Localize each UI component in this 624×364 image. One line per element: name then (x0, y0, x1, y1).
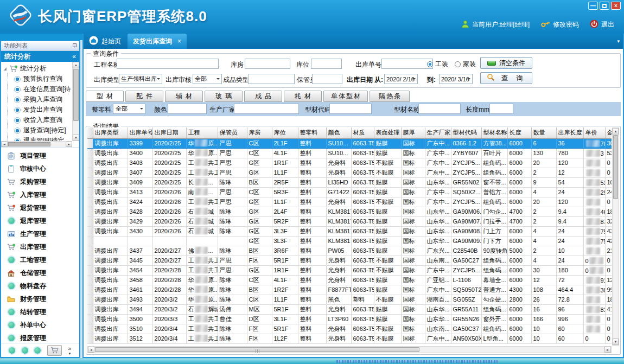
scroll-right-icon[interactable]: ► (66, 142, 72, 147)
scrollbar-thumb[interactable] (8, 142, 50, 146)
table-row[interactable]: 调拨出库35002020/3/3工共工程曹佳D区3L1F整料LT3P606063… (87, 314, 612, 324)
table-row[interactable]: 调拨出库34372020/2/27佛...陈琳B区3R6F整料PW056063-… (87, 246, 612, 256)
table-row[interactable]: 调拨出库34942020/3/2石辉城汤伟M区5R1F整料光身料6063-T5贴… (87, 304, 612, 314)
tree-item[interactable]: 采购入库查询 (4, 94, 71, 105)
column-header[interactable]: 库房 (247, 127, 272, 138)
material-tab[interactable]: 玻璃 (205, 91, 243, 102)
circle-icon[interactable] (34, 347, 41, 354)
sidebar-menu-item[interactable]: 补单中心 (1, 318, 79, 331)
column-header[interactable]: 型材代码 (451, 127, 481, 138)
tree-vertical-scrollbar[interactable]: ▲ ▼ (72, 62, 79, 141)
row-selector[interactable] (87, 226, 93, 236)
scroll-right-icon[interactable]: ► (604, 347, 611, 353)
table-row[interactable]: 调拨出库34132020/2/26南...严思C区5R3F整料G71422606… (87, 187, 612, 197)
row-selector[interactable] (87, 236, 93, 246)
table-row[interactable]: 调拨出库34242020/2/26工共工程严思G区1L1F整料光身料6063-T… (87, 197, 612, 207)
row-selector[interactable] (87, 216, 93, 226)
row-selector[interactable] (87, 295, 93, 304)
row-selector[interactable] (87, 187, 93, 197)
table-row[interactable]: 调拨出库34582020/2/28华原...陈琳C区4L1F整料光身料6063-… (87, 275, 612, 285)
column-header[interactable]: 金 (605, 127, 612, 138)
row-selector[interactable] (87, 177, 93, 187)
material-tab[interactable]: 耗材 (284, 91, 322, 102)
column-header[interactable]: 整零料 (298, 127, 326, 138)
profile-name-input[interactable] (418, 104, 461, 114)
row-selector[interactable] (87, 148, 93, 158)
scroll-up-icon[interactable]: ▲ (613, 128, 619, 135)
table-row[interactable]: 调拨出库34032020/2/25工共工程严思G区1R1F整料光身料6063-T… (87, 158, 612, 168)
scroll-down-icon[interactable]: ▼ (73, 135, 79, 141)
date-to-select[interactable]: 2020/ 3/16 (439, 74, 473, 84)
material-tab[interactable]: 配件 (125, 91, 163, 102)
maximize-button[interactable] (600, 2, 609, 10)
table-row[interactable]: 调拨出库34452020/2/27工共工程严思F区5R1F整料光身料6063-T… (87, 256, 612, 265)
material-tab[interactable]: 单体型材 (323, 91, 368, 102)
row-selector[interactable] (87, 158, 93, 168)
scroll-left-icon[interactable]: ◄ (1, 142, 8, 147)
circle-icon[interactable] (9, 347, 15, 354)
sidebar-menu-item[interactable]: 退货管理 (1, 201, 79, 214)
column-header[interactable]: 出库日期 (152, 127, 186, 138)
more-buttons-chevron[interactable]: » ▾ (68, 346, 71, 355)
row-selector[interactable] (87, 285, 93, 295)
row-selector[interactable] (87, 256, 93, 265)
row-selector[interactable] (87, 138, 93, 148)
column-header[interactable]: 出库长度 (556, 127, 583, 138)
column-header[interactable]: 表面处理 (374, 127, 401, 138)
row-selector[interactable] (87, 334, 93, 343)
tab-shipping-outbound-query[interactable]: 发货出库查询 × (128, 34, 187, 49)
tree-item[interactable]: 收货入库查询 (4, 115, 71, 125)
sidebar-menu-item[interactable]: 财务管理 (1, 292, 79, 305)
material-tab[interactable]: 隔热条 (370, 91, 410, 102)
order-no-input[interactable] (381, 59, 433, 69)
radio-jiazhuang[interactable]: 家装 (455, 60, 476, 69)
whole-part-select[interactable]: 全部 (113, 104, 145, 114)
tree-item[interactable]: 在途信息查询[待 (4, 84, 71, 94)
sidebar-menu-item[interactable]: 项目管理 (1, 149, 79, 162)
table-row[interactable]: 调拨出库33992020/2/25华原...严思C区2L1F整料SU10...6… (87, 138, 612, 148)
date-from-select[interactable]: 2020/ 2/16 (384, 74, 418, 84)
project-name-input[interactable] (117, 59, 219, 69)
radio-gongzhuang[interactable]: 工装 (427, 60, 448, 69)
minimize-button[interactable]: — (588, 2, 598, 10)
material-tab[interactable]: 辅材 (165, 91, 203, 102)
sidebar-menu-item[interactable]: 退库管理 (1, 214, 79, 227)
scroll-left-icon[interactable]: ◄ (88, 347, 94, 353)
table-row[interactable]: 调拨出库35122020/3/4工共工程陈琳F区1L2F整料光身料6063-T5… (87, 334, 612, 343)
column-header[interactable]: 生产厂家 (425, 127, 451, 138)
search-button[interactable]: 查 询 (480, 72, 532, 84)
product-type-input[interactable] (248, 74, 295, 84)
keeper-input[interactable] (312, 74, 342, 84)
grid-horizontal-scrollbar[interactable]: ◄ ► (87, 346, 612, 353)
sidebar-menu-item[interactable]: 仓储管理 (1, 266, 79, 279)
change-password-link[interactable]: 修改密码 (553, 20, 579, 29)
column-header[interactable]: 保管员 (218, 127, 247, 138)
tab-list-dropdown-icon[interactable]: ▾ (617, 39, 620, 44)
row-selector[interactable] (87, 265, 93, 275)
outbound-audit-select[interactable]: 全部 (193, 74, 222, 84)
tab-home[interactable]: 起始页 (84, 34, 126, 49)
scrollbar-thumb[interactable] (95, 347, 419, 352)
expander-icon[interactable] (4, 67, 7, 71)
column-header[interactable]: 材质 (351, 127, 374, 138)
pin-icon[interactable] (72, 43, 77, 48)
collapse-icon[interactable]: « (72, 53, 76, 60)
column-header[interactable]: 库位 (272, 127, 298, 138)
table-row[interactable]: 调拨出库35102020/3/4工共工程陈琳F区5R1F整料光身料6063-T5… (87, 324, 612, 334)
table-row[interactable]: 调拨出库34302020/2/26石城陈琳G区3L3F整料KLM38176063… (87, 226, 612, 236)
sidebar-menu-item[interactable]: 报废管理 (1, 331, 79, 343)
tab-close-icon[interactable]: × (177, 37, 181, 45)
column-header[interactable]: 工程 (186, 127, 218, 138)
column-header[interactable]: 出库单号 (128, 127, 152, 138)
warehouse-input[interactable] (245, 59, 290, 69)
sidebar-menu-item[interactable]: 采购管理 (1, 175, 79, 188)
outbound-type-select[interactable]: 生产领料出库 (119, 74, 162, 84)
row-selector[interactable] (87, 324, 93, 334)
column-header[interactable]: 型材名称 (481, 127, 507, 138)
column-header[interactable]: 长度 (507, 127, 531, 138)
row-selector[interactable] (87, 197, 93, 207)
table-row[interactable]: 调拨出库34072020/2/25工共工程严思G区1L1F整料光身料6063-T… (87, 168, 612, 177)
color-input[interactable] (168, 104, 207, 114)
sidebar-menu-item[interactable]: 工地管理 (1, 253, 79, 266)
clear-conditions-button[interactable]: 清空条件 (480, 57, 532, 69)
